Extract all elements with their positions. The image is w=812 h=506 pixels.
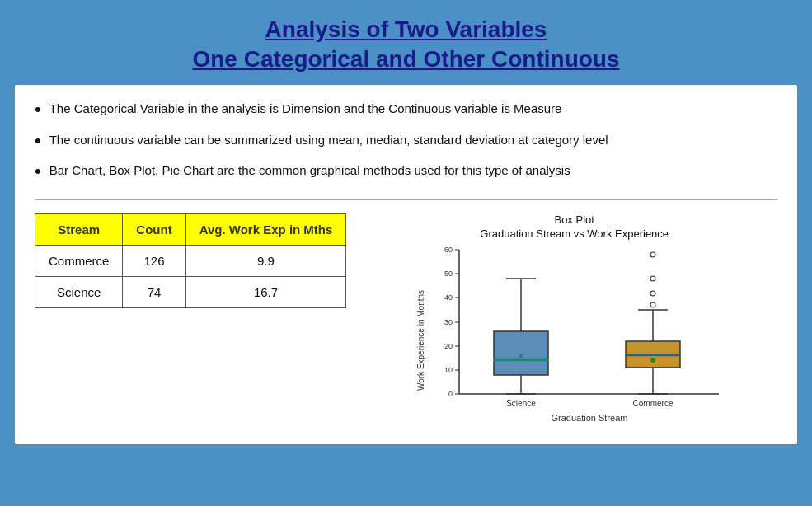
chart-title-1: Box Plot xyxy=(371,213,777,226)
cell-count-1: 126 xyxy=(123,246,185,277)
bullet-item-1: • The Categorical Variable in the analys… xyxy=(35,100,777,123)
svg-point-31 xyxy=(650,291,655,296)
cell-avg-1: 9.9 xyxy=(185,246,346,277)
svg-text:10: 10 xyxy=(444,366,453,374)
chart-title-2: Graduation Stream vs Work Experience xyxy=(371,227,777,240)
svg-text:20: 20 xyxy=(444,342,453,350)
svg-point-34 xyxy=(650,302,655,307)
svg-point-33 xyxy=(650,252,655,257)
bottom-section: Stream Count Avg. Work Exp in Mths Comme… xyxy=(35,213,777,431)
table-header-row: Stream Count Avg. Work Exp in Mths xyxy=(35,214,346,246)
svg-text:Commerce: Commerce xyxy=(632,399,673,408)
page-header: Analysis of Two Variables One Categorica… xyxy=(0,0,812,85)
boxplot-svg: Work Experience in Months 0 10 20 30 40 xyxy=(414,241,735,431)
svg-text:Graduation Stream: Graduation Stream xyxy=(551,413,627,423)
svg-point-28 xyxy=(650,358,655,363)
svg-text:40: 40 xyxy=(444,293,453,302)
bullet-dot-3: • xyxy=(35,159,41,185)
col-count: Count xyxy=(123,214,185,246)
data-table: Stream Count Avg. Work Exp in Mths Comme… xyxy=(35,213,346,308)
page-title: Analysis of Two Variables One Categorica… xyxy=(8,15,804,75)
cell-count-2: 74 xyxy=(123,277,185,308)
svg-text:50: 50 xyxy=(444,269,453,278)
svg-text:30: 30 xyxy=(444,318,453,326)
col-stream: Stream xyxy=(35,214,123,246)
col-avg: Avg. Work Exp in Mths xyxy=(185,214,346,246)
svg-point-32 xyxy=(650,276,655,281)
table-row: Science 74 16.7 xyxy=(35,277,346,308)
cell-stream-1: Commerce xyxy=(35,246,123,277)
cell-stream-2: Science xyxy=(35,277,123,308)
svg-text:Science: Science xyxy=(506,399,536,408)
table-row: Commerce 126 9.9 xyxy=(35,246,346,277)
bullet-item-3: • Bar Chart, Box Plot, Pie Chart are the… xyxy=(35,162,777,185)
section-divider xyxy=(35,199,777,200)
main-card: • The Categorical Variable in the analys… xyxy=(15,85,797,444)
svg-text:60: 60 xyxy=(444,246,453,254)
bullet-list: • The Categorical Variable in the analys… xyxy=(35,100,777,185)
y-axis-label: Work Experience in Months xyxy=(416,290,425,391)
bullet-dot-2: • xyxy=(35,129,41,154)
svg-text:0: 0 xyxy=(448,390,453,398)
bullet-dot-1: • xyxy=(35,97,41,123)
bullet-item-2: • The continuous variable can be summari… xyxy=(35,131,777,154)
cell-avg-2: 16.7 xyxy=(185,277,346,308)
chart-area: Box Plot Graduation Stream vs Work Exper… xyxy=(371,213,777,431)
